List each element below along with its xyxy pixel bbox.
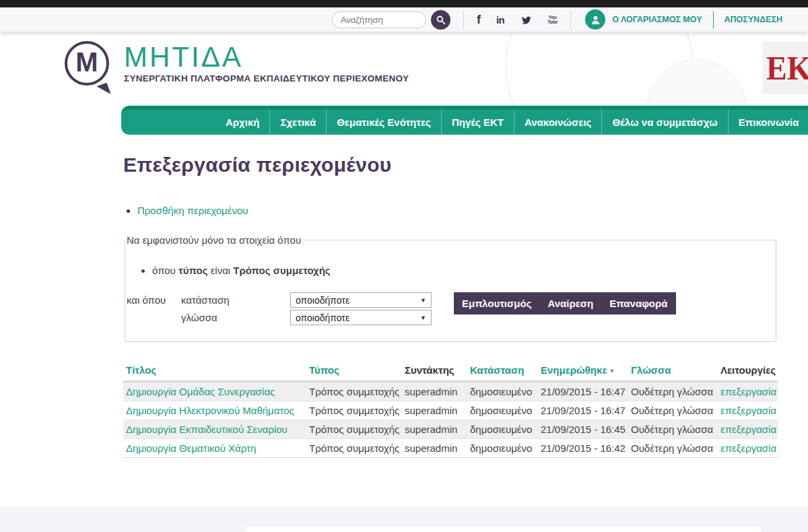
cell-type: Τρόπος συμμετοχής (306, 439, 402, 458)
language-filter-value: οποιοδήποτε (296, 312, 349, 323)
site-logo[interactable]: M (65, 41, 109, 86)
user-avatar[interactable] (585, 9, 605, 30)
content-title-link[interactable]: Δημιουργία Ηλεκτρονικού Μαθήματος (126, 405, 294, 416)
edit-link[interactable]: επεξεργασία (720, 386, 776, 397)
filter-fieldset: Να εμφανιστούν μόνο τα στοιχεία όπου όπο… (125, 234, 776, 342)
cell-author: superadmin (402, 439, 467, 458)
column-header-5: Γλώσσα (628, 361, 718, 382)
cell-status: δημοσιευμένο (467, 439, 538, 458)
language-filter-label: γλώσσα (181, 312, 290, 323)
ekt-logo-text: EKT (766, 51, 808, 86)
facebook-icon[interactable]: f (477, 13, 481, 26)
cell-type: Τρόπος συμμετοχής (306, 401, 402, 420)
cell-type: Τρόπος συμμετοχής (306, 420, 402, 439)
cell-operation: επεξεργασία (718, 439, 778, 458)
brand-block: ΜΗΤΙΔΑ ΣΥΝΕΡΓΑΤΙΚΗ ΠΛΑΤΦΟΡΜΑ ΕΚΠΑΙΔΕΥΤΙΚ… (124, 42, 409, 84)
nav-item-4[interactable]: Ανακοινώσεις (514, 110, 601, 135)
cell-status: δημοσιευμένο (467, 420, 538, 439)
nav-item-1[interactable]: Σχετικά (269, 110, 326, 135)
edit-link[interactable]: επεξεργασία (720, 405, 776, 416)
undo-button[interactable]: Αναίρεση (539, 292, 601, 314)
cell-title: Δημιουργία Θεματικού Χάρτη (123, 439, 306, 458)
sort-link-5[interactable]: Γλώσσα (631, 364, 671, 376)
condition-prefix: όπου (152, 265, 176, 276)
search-input[interactable] (332, 11, 426, 28)
condition-field: τύπος (178, 265, 207, 276)
my-account-link[interactable]: Ο ΛΟΓΑΡΙΑΣΜΟΣ ΜΟΥ (612, 15, 702, 24)
divider (713, 11, 714, 28)
cell-updated: 21/09/2015 - 16:45 (538, 420, 628, 439)
status-filter-value: οποιοδήποτε (296, 295, 349, 306)
chevron-down-icon: ▼ (420, 314, 426, 321)
logo-letter: M (75, 48, 98, 75)
content-title-link[interactable]: Δημιουργία Θεματικού Χάρτη (126, 442, 256, 454)
content-title-link[interactable]: Δημιουργία Εκπαιδευτικού Σεναρίου (126, 424, 288, 435)
column-header-4: Ενημερώθηκε▼ (538, 361, 628, 382)
status-filter-label: κατάσταση (181, 294, 290, 306)
status-filter-select[interactable]: οποιοδήποτε ▼ (290, 292, 432, 308)
cell-updated: 21/09/2015 - 16:42 (538, 439, 628, 458)
sort-link-4[interactable]: Ενημερώθηκε (541, 364, 607, 376)
nav-item-2[interactable]: Θεματικές Ενότητες (326, 110, 441, 135)
nav-item-5[interactable]: Θέλω να συμμετάσχω (601, 110, 727, 135)
language-filter-select[interactable]: οποιοδήποτε ▼ (290, 310, 432, 325)
cell-language: Ουδέτερη γλώσσα (628, 382, 718, 401)
brand-name[interactable]: ΜΗΤΙΔΑ (124, 42, 409, 73)
cell-title: Δημιουργία Ομάδας Συνεργασίας (123, 382, 306, 401)
cell-updated: 21/09/2015 - 16:47 (538, 382, 628, 401)
column-header-1: Τύπος (306, 361, 402, 382)
add-content-link[interactable]: Προσθήκη περιεχομένου (137, 205, 248, 216)
social-links: f in YouTube (477, 13, 558, 26)
cell-language: Ουδέτερη γλώσσα (628, 401, 718, 420)
reset-button[interactable]: Επαναφορά (601, 292, 675, 314)
nav-item-6[interactable]: Επικοινωνία (728, 110, 808, 135)
cell-operation: επεξεργασία (718, 382, 778, 401)
content-table: ΤίτλοςΤύποςΣυντάκτηςΚατάστασηΕνημερώθηκε… (123, 361, 778, 458)
column-header-2: Συντάκτης (402, 361, 467, 382)
top-black-strip (0, 0, 808, 7)
nav-item-3[interactable]: Πηγές ΕΚΤ (441, 110, 514, 135)
search-button[interactable] (431, 10, 450, 30)
table-row: Δημιουργία Εκπαιδευτικού ΣεναρίουΤρόπος … (123, 420, 778, 439)
sort-link-1[interactable]: Τύπος (309, 364, 339, 376)
nav-item-0[interactable]: Αρχική (215, 110, 269, 135)
edit-link[interactable]: επεξεργασία (720, 424, 776, 435)
twitter-icon[interactable] (520, 15, 532, 25)
utility-bar: f in YouTube Ο ΛΟΓΑΡΙΑΣΜΟΣ ΜΟΥ ΑΠΟΣΥΝΔΕΣ… (0, 7, 808, 32)
table-row: Δημιουργία Ηλεκτρονικού ΜαθήματοςΤρόπος … (123, 401, 778, 420)
refine-button[interactable]: Εμπλουτισμός (454, 292, 539, 314)
cell-status: δημοσιευμένο (467, 401, 538, 420)
table-header-row: ΤίτλοςΤύποςΣυντάκτηςΚατάστασηΕνημερώθηκε… (123, 361, 778, 382)
logout-link[interactable]: ΑΠΟΣΥΝΔΕΣΗ (725, 15, 783, 24)
column-header-6: Λειτουργίες (718, 361, 778, 382)
condition-value: Τρόπος συμμετοχής (233, 265, 330, 276)
filter-row-status: κατάσταση οποιοδήποτε ▼ (181, 292, 432, 308)
edit-link[interactable]: επεξεργασία (720, 442, 776, 454)
youtube-icon[interactable]: YouTube (547, 15, 558, 24)
filter-legend: Να εμφανιστούν μόνο τα στοιχεία όπου (125, 234, 304, 246)
filter-rows: κατάσταση οποιοδήποτε ▼ γλώσσα οποιοδήπο… (181, 292, 432, 325)
sort-link-3[interactable]: Κατάσταση (470, 364, 524, 376)
cell-language: Ουδέτερη γλώσσα (628, 420, 718, 439)
table-row: Δημιουργία Ομάδας ΣυνεργασίαςΤρόπος συμμ… (123, 382, 778, 401)
footer-strip (0, 507, 808, 532)
cell-author: superadmin (402, 401, 467, 420)
content-title-link[interactable]: Δημιουργία Ομάδας Συνεργασίας (126, 386, 275, 397)
filter-buttons: Εμπλουτισμός Αναίρεση Επαναφορά (454, 292, 676, 314)
linkedin-icon[interactable]: in (496, 15, 504, 25)
condition-verb: είναι (211, 265, 231, 276)
sort-desc-icon: ▼ (609, 368, 615, 374)
and-where-label: και όπου (127, 292, 181, 306)
brand-tagline: ΣΥΝΕΡΓΑΤΙΚΗ ΠΛΑΤΦΟΡΜΑ ΕΚΠΑΙΔΕΥΤΙΚΟΥ ΠΕΡΙ… (124, 73, 409, 84)
cell-operation: επεξεργασία (718, 401, 778, 420)
list-item: Προσθήκη περιεχομένου (137, 205, 778, 216)
ekt-logo[interactable]: EKT (762, 41, 808, 94)
cell-author: superadmin (402, 382, 467, 401)
cell-author: superadmin (402, 420, 467, 439)
logo-speech-tail (96, 83, 110, 98)
cell-type: Τρόπος συμμετοχής (306, 382, 402, 401)
search-icon (436, 15, 446, 25)
sort-link-0[interactable]: Τίτλος (126, 364, 156, 376)
filter-row-language: γλώσσα οποιοδήποτε ▼ (181, 310, 432, 325)
footer-panel (246, 527, 761, 532)
